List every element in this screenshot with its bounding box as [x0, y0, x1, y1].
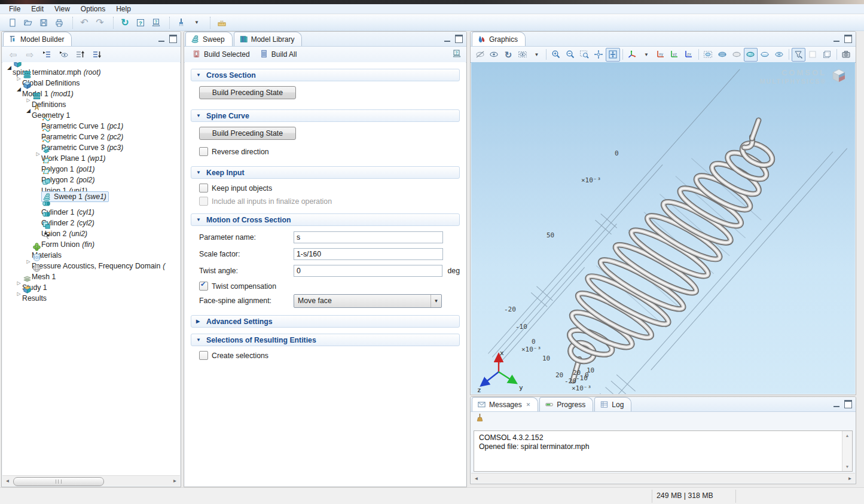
menu-edit[interactable]: Edit: [26, 4, 49, 14]
tab-log[interactable]: Log: [594, 397, 631, 411]
zoom-selected-icon[interactable]: [606, 48, 620, 62]
move-up-icon[interactable]: [72, 47, 88, 62]
twist-angle-input[interactable]: [294, 265, 442, 277]
face-spine-alignment-select[interactable]: Move face ▼: [294, 294, 442, 308]
tab-graphics[interactable]: Graphics: [472, 32, 526, 46]
scroll-up-icon[interactable]: ▲: [842, 431, 852, 440]
default-3d-view-icon[interactable]: [625, 48, 639, 62]
expand-arrow-icon[interactable]: ▷: [25, 97, 32, 103]
messages-hscrollbar[interactable]: ◄ ►: [471, 473, 855, 483]
collapse-arrow-icon[interactable]: ◢: [25, 108, 32, 114]
expand-arrow-icon[interactable]: ▷: [16, 76, 22, 81]
scroll-right-icon[interactable]: ►: [170, 476, 180, 486]
open-file-icon[interactable]: [20, 16, 36, 30]
zoom-out-icon[interactable]: [563, 48, 578, 62]
spiral-geometry[interactable]: [471, 62, 855, 394]
tree-item-pressure-acoustics-frequency-domain[interactable]: ▷Pressure Acoustics, Frequency Domain(: [2, 256, 180, 267]
show-icon[interactable]: [56, 47, 71, 62]
section-selections-of-resulting-entities[interactable]: ▼Selections of Resulting Entities: [191, 334, 460, 346]
build-preceding-state-button[interactable]: Build Preceding State: [199, 127, 296, 140]
hidden-faces-icon[interactable]: [758, 48, 772, 62]
messages-vscrollbar[interactable]: ▲ ▼: [842, 431, 852, 471]
reverse-direction-checkbox[interactable]: [199, 147, 208, 156]
new-file-icon[interactable]: [5, 16, 20, 30]
expand-arrow-icon[interactable]: ▷: [16, 280, 22, 286]
scroll-left-icon[interactable]: ◄: [471, 474, 481, 483]
tree-item-cylinder-2[interactable]: Cylinder 2(cyl2): [2, 213, 180, 224]
measure-icon[interactable]: ↔: [214, 16, 230, 30]
view-zx-icon[interactable]: zx: [682, 48, 696, 62]
zoom-in-icon[interactable]: [549, 48, 563, 62]
scale-factor-input[interactable]: [294, 248, 443, 260]
build-selected-button[interactable]: Build Selected: [188, 47, 254, 62]
tab-model-library[interactable]: Model Library: [234, 32, 303, 46]
settings-help-icon[interactable]: ?: [452, 49, 462, 60]
maximize-icon[interactable]: [844, 35, 852, 43]
collapse-arrow-icon[interactable]: ◢: [16, 86, 22, 92]
section-keep-input[interactable]: ▼Keep Input: [191, 166, 460, 179]
move-down-icon[interactable]: [89, 47, 105, 62]
menu-help[interactable]: Help: [111, 4, 136, 14]
section-cross-section[interactable]: ▼Cross Section: [191, 69, 460, 81]
help-icon[interactable]: ?: [133, 16, 148, 30]
section-spine-curve[interactable]: ▼Spine Curve: [191, 109, 460, 122]
scroll-down-icon[interactable]: ▼: [842, 462, 852, 471]
collapse-all-icon[interactable]: [39, 47, 54, 62]
view-yz-icon[interactable]: yz: [667, 48, 682, 62]
build-preceding-state-button[interactable]: Build Preceding State: [199, 86, 296, 99]
outline-view-icon[interactable]: [820, 48, 834, 62]
minimize-icon[interactable]: [158, 39, 164, 42]
graphics-3d-view[interactable]: COMSOL MULTIPHYSICS® 0×10⁻³50-20-100×10⁻…: [471, 62, 855, 394]
zoom-box-icon[interactable]: [578, 48, 592, 62]
zoom-extents-icon[interactable]: [591, 48, 606, 62]
menu-file[interactable]: File: [4, 4, 26, 14]
expand-arrow-icon[interactable]: ▷: [25, 259, 32, 264]
snapshot-icon[interactable]: [839, 48, 853, 62]
clear-messages-broom-icon[interactable]: [475, 413, 484, 424]
scroll-thumb[interactable]: [13, 477, 104, 486]
minimize-icon[interactable]: [834, 404, 839, 407]
view-filter-icon[interactable]: [792, 48, 806, 62]
transparency-icon[interactable]: [729, 48, 744, 62]
visibility-icon[interactable]: [487, 48, 502, 62]
deselect-icon[interactable]: [473, 48, 487, 62]
blank-view-icon[interactable]: [805, 48, 820, 62]
minimize-icon[interactable]: [444, 39, 450, 42]
back-icon[interactable]: ⇦: [5, 47, 21, 62]
dropdown-icon[interactable]: ▼: [530, 48, 544, 62]
menu-options[interactable]: Options: [75, 4, 111, 14]
maximize-icon[interactable]: [169, 35, 177, 43]
parameter-name-input[interactable]: [294, 231, 443, 243]
tab-progress[interactable]: Progress: [539, 397, 593, 411]
tab-sweep[interactable]: Sweep: [185, 32, 233, 46]
forward-icon[interactable]: ⇨: [22, 47, 38, 62]
update-solution-icon[interactable]: ↻: [117, 16, 133, 30]
keep-input-objects-checkbox[interactable]: [199, 184, 208, 193]
section-motion-of-cross-section[interactable]: ▼Motion of Cross Section: [191, 213, 460, 226]
clear-brush-icon[interactable]: [173, 16, 189, 30]
twist-compensation-checkbox[interactable]: ✔: [199, 282, 208, 291]
wireframe-icon[interactable]: [715, 48, 729, 62]
tab-messages[interactable]: Messages✕: [472, 397, 538, 411]
section-advanced-settings[interactable]: ▶Advanced Settings: [191, 315, 460, 328]
maximize-icon[interactable]: [455, 35, 463, 43]
collapse-arrow-icon[interactable]: ◢: [6, 65, 13, 71]
tree-item-results[interactable]: ▷Results: [2, 288, 180, 299]
print-icon[interactable]: [51, 16, 67, 30]
view-xy-icon[interactable]: xy: [654, 48, 668, 62]
refresh-view-icon[interactable]: ↻: [501, 48, 515, 62]
minimize-icon[interactable]: [834, 39, 839, 42]
tree-item-polygon-2[interactable]: Polygon 2(pol2): [2, 170, 180, 181]
scroll-left-icon[interactable]: ◄: [2, 476, 13, 486]
redo-icon[interactable]: ↷: [92, 16, 108, 30]
include-all-inputs-checkbox[interactable]: [199, 197, 208, 206]
tree-item-form-union[interactable]: Form Union(fin): [2, 234, 180, 245]
maximize-icon[interactable]: [844, 400, 852, 408]
model-tree-hscrollbar[interactable]: ◄ ►: [2, 475, 180, 486]
close-icon[interactable]: ✕: [526, 402, 531, 408]
expand-arrow-icon[interactable]: ▷: [16, 291, 22, 297]
menu-view[interactable]: View: [49, 4, 75, 14]
shaded-icon[interactable]: [744, 48, 758, 62]
tree-item-model-1[interactable]: ◢Model 1(mod1): [2, 84, 180, 94]
build-all-button[interactable]: Build All: [255, 47, 301, 62]
